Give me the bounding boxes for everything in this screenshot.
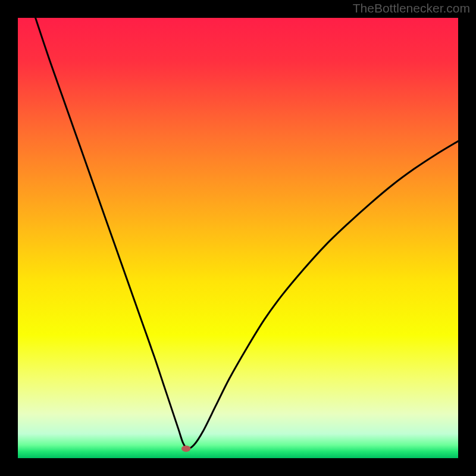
curve-minimum-marker [181,446,191,452]
watermark-label: TheBottlenecker.com [353,1,470,15]
gradient-background [18,18,458,458]
plot-area [18,18,458,458]
chart-frame: TheBottlenecker.com [0,0,476,476]
chart-svg [18,18,458,458]
